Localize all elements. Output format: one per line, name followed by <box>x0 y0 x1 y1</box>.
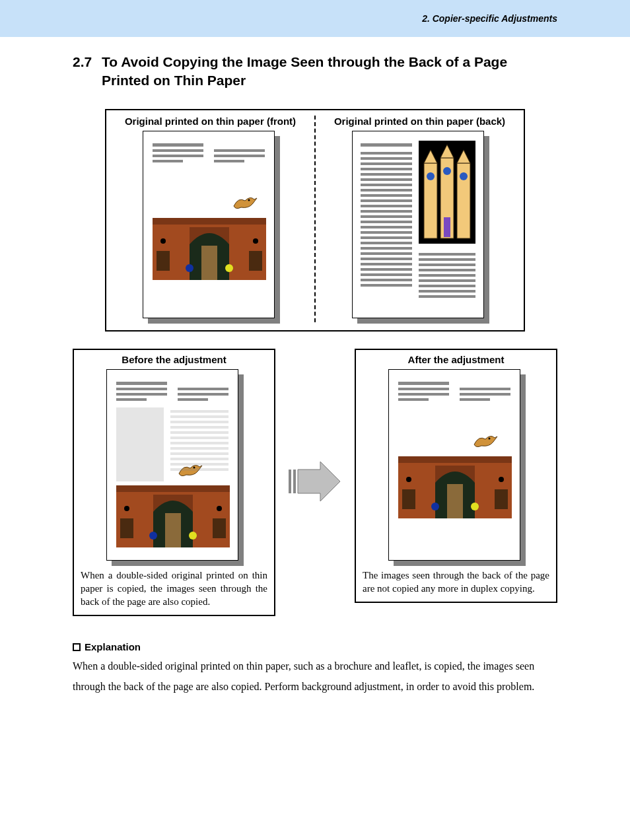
building-photo <box>116 485 228 550</box>
square-bullet-icon <box>73 643 81 651</box>
arrow <box>289 460 341 505</box>
building-photo <box>398 456 510 521</box>
svg-point-30 <box>189 532 197 540</box>
section-title: 2.7 To Avoid Copying the Image Seen thro… <box>73 53 557 90</box>
svg-point-0 <box>248 199 250 201</box>
svg-rect-2 <box>153 218 266 225</box>
svg-point-31 <box>124 506 129 511</box>
svg-rect-5 <box>157 251 170 271</box>
svg-rect-4 <box>201 246 217 280</box>
svg-point-9 <box>160 238 166 244</box>
ghost-bleed <box>116 407 228 481</box>
svg-rect-21 <box>444 217 450 237</box>
back-caption: Original printed on thin paper (back) <box>322 116 517 127</box>
svg-rect-34 <box>293 470 296 493</box>
bird-icon <box>225 192 265 214</box>
svg-marker-35 <box>298 462 340 501</box>
before-panel: Before the adjustment <box>73 349 275 617</box>
bird-icon <box>471 430 510 452</box>
svg-rect-38 <box>398 456 512 463</box>
footer: e-STUDIO5520C/6520C/6530C © 2008 TOSHIBA… <box>0 835 630 840</box>
front-caption: Original printed on thin paper (front) <box>113 116 308 127</box>
original-back: Original printed on thin paper (back) <box>316 116 524 322</box>
svg-point-36 <box>488 437 490 439</box>
page-content: 2.7 To Avoid Copying the Image Seen thro… <box>0 37 630 697</box>
svg-point-46 <box>499 477 504 482</box>
after-panel: After the adjustment <box>355 349 557 604</box>
svg-point-7 <box>186 264 193 272</box>
svg-point-44 <box>471 503 479 510</box>
svg-point-19 <box>443 167 451 175</box>
explanation: Explanation When a double-sided original… <box>73 641 557 697</box>
before-caption: Before the adjustment <box>81 354 267 365</box>
section-text: To Avoid Copying the Image Seen through … <box>102 53 557 90</box>
svg-rect-24 <box>116 485 230 492</box>
front-sheet <box>143 131 279 322</box>
before-sheet <box>106 369 242 565</box>
svg-point-8 <box>225 264 233 272</box>
svg-rect-6 <box>249 251 262 271</box>
after-sheet <box>388 369 524 565</box>
svg-rect-42 <box>495 489 508 509</box>
svg-rect-41 <box>402 489 415 509</box>
originals-panel: Original printed on thin paper (front) <box>105 109 525 332</box>
after-text: The images seen through the back of the … <box>363 569 549 596</box>
explanation-heading: Explanation <box>73 641 557 652</box>
svg-point-45 <box>406 477 411 482</box>
compare-row: Before the adjustment <box>73 349 557 617</box>
section-number: 2.7 <box>73 53 102 90</box>
back-sheet <box>352 131 488 322</box>
after-caption: After the adjustment <box>363 354 549 365</box>
svg-point-29 <box>149 532 157 540</box>
svg-rect-33 <box>289 470 291 493</box>
original-front: Original printed on thin paper (front) <box>106 116 316 322</box>
svg-rect-40 <box>447 484 463 518</box>
header-band: 2. Copier-specific Adjustments <box>0 0 630 37</box>
svg-point-43 <box>431 503 439 510</box>
svg-rect-28 <box>213 518 226 538</box>
explanation-heading-text: Explanation <box>85 641 141 652</box>
towers-icon <box>419 141 475 244</box>
svg-rect-27 <box>120 518 133 538</box>
building-photo <box>153 218 265 283</box>
explanation-body: When a double-sided original printed on … <box>73 656 557 697</box>
before-text: When a double-sided original printed on … <box>81 569 267 609</box>
chapter-label: 2. Copier-specific Adjustments <box>422 13 557 24</box>
svg-point-20 <box>460 172 468 180</box>
svg-point-18 <box>427 172 435 180</box>
svg-point-32 <box>217 506 222 511</box>
svg-rect-26 <box>165 513 181 547</box>
svg-point-10 <box>253 238 258 244</box>
